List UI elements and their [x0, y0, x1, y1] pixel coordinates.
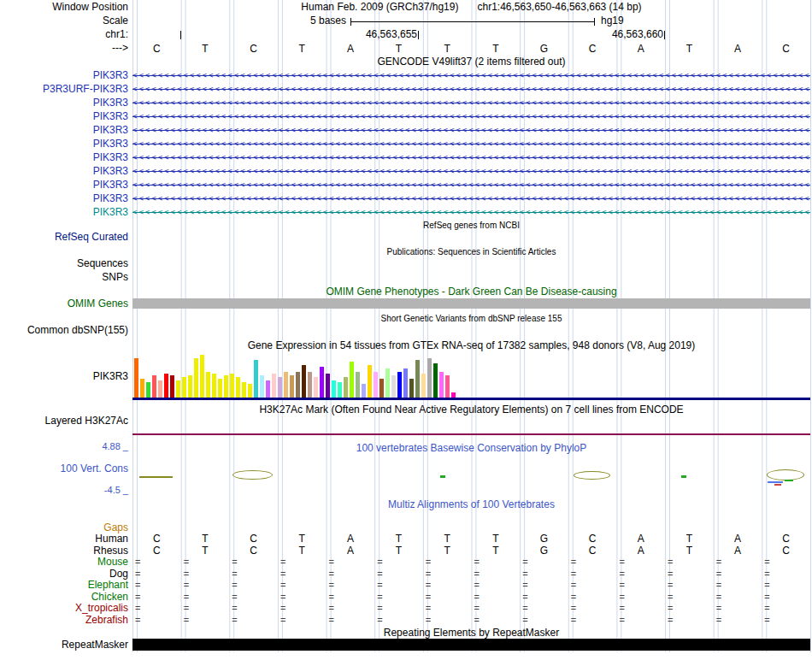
gene-row[interactable]: <<<<<<<<<<<<<<<<<<<<<<<<<<<<<<<<<<<<<<<<…	[132, 123, 810, 137]
base-cell: =	[714, 557, 762, 568]
gene-row[interactable]: <<<<<<<<<<<<<<<<<<<<<<<<<<<<<<<<<<<<<<<<…	[132, 192, 810, 205]
base-cell: G	[520, 533, 568, 545]
alignment-label-x-tropicalis[interactable]: X_tropicalis	[0, 603, 128, 614]
gene-label[interactable]: PIK3R3	[0, 150, 128, 164]
alignment-label-zebrafish[interactable]: Zebrafish	[0, 615, 128, 626]
track-label-refseq-curated[interactable]: RefSeq Curated	[0, 232, 128, 243]
gene-row[interactable]: <<<<<<<<<<<<<<<<<<<<<<<<<<<<<<<<<<<<<<<<…	[132, 178, 810, 192]
gene-strand-arrows: <<<<<<<<<<<<<<<<<<<<<<<<<<<<<<<<<<<<<<<<…	[132, 68, 810, 82]
alignment-row-x-tropicalis[interactable]: ==============	[132, 603, 810, 614]
gene-label[interactable]: PIK3R3	[0, 137, 128, 150]
page-title: Human Feb. 2009 (GRCh37/hg19)chr1:46,563…	[132, 2, 810, 13]
base-cell: =	[327, 557, 375, 568]
gene-label[interactable]: PIK3R3	[0, 109, 128, 123]
alignment-row-chicken[interactable]: ==============	[132, 592, 810, 603]
alignment-row-dog[interactable]: ==============	[132, 569, 810, 580]
alignment-row-rhesus[interactable]: CTCTATTTGCATAC	[132, 545, 810, 557]
track-label-100-vert-cons[interactable]: 100 Vert. Cons	[0, 463, 128, 474]
gene-label[interactable]: PIK3R3	[0, 192, 128, 205]
base-cell: =	[229, 603, 278, 614]
gtex-bar	[397, 372, 402, 398]
base-cell	[762, 522, 810, 533]
gene-row[interactable]: <<<<<<<<<<<<<<<<<<<<<<<<<<<<<<<<<<<<<<<<…	[132, 150, 810, 164]
gene-label[interactable]: P3R3URF-PIK3R3	[0, 82, 128, 96]
gene-row[interactable]: <<<<<<<<<<<<<<<<<<<<<<<<<<<<<<<<<<<<<<<<…	[132, 82, 810, 96]
base-cell: C	[132, 545, 181, 557]
alignment-row-elephant[interactable]: ==============	[132, 580, 810, 591]
track-label-sequences[interactable]: Sequences	[0, 258, 128, 269]
dbsnp-heading[interactable]: Short Genetic Variants from dbSNP releas…	[132, 314, 810, 324]
base-cell: =	[181, 557, 230, 568]
gtex-heading[interactable]: Gene Expression in 54 tissues from GTEx …	[132, 340, 810, 351]
base-cell	[132, 522, 181, 533]
gene-row[interactable]: <<<<<<<<<<<<<<<<<<<<<<<<<<<<<<<<<<<<<<<<…	[132, 68, 810, 82]
gene-row[interactable]: <<<<<<<<<<<<<<<<<<<<<<<<<<<<<<<<<<<<<<<<…	[132, 137, 810, 150]
alignment-row-human[interactable]: CTCTATTTGCATAC	[132, 533, 810, 545]
omim-region-bar[interactable]	[132, 298, 810, 309]
gene-row[interactable]: <<<<<<<<<<<<<<<<<<<<<<<<<<<<<<<<<<<<<<<<…	[132, 164, 810, 178]
gtex-bar	[272, 374, 276, 398]
gene-row[interactable]: <<<<<<<<<<<<<<<<<<<<<<<<<<<<<<<<<<<<<<<<…	[132, 205, 810, 219]
base-cell: A	[327, 43, 375, 55]
base-cell: =	[278, 569, 327, 580]
multiz-heading[interactable]: Multiz Alignments of 100 Vertebrates	[132, 499, 810, 510]
refseq-heading[interactable]: RefSeq genes from NCBI	[132, 221, 810, 231]
h3k27ac-signal-line[interactable]	[132, 433, 810, 435]
base-cell: C	[229, 545, 278, 557]
track-label-repeatmasker[interactable]: RepeatMasker	[0, 639, 128, 651]
scale-tick-right	[594, 18, 595, 26]
base-cell	[665, 522, 714, 533]
base-cell: =	[278, 557, 327, 568]
gene-label[interactable]: PIK3R3	[0, 164, 128, 178]
gtex-bar	[415, 360, 420, 398]
gene-strand-arrows: <<<<<<<<<<<<<<<<<<<<<<<<<<<<<<<<<<<<<<<<…	[132, 109, 810, 123]
gene-row[interactable]: <<<<<<<<<<<<<<<<<<<<<<<<<<<<<<<<<<<<<<<<…	[132, 109, 810, 123]
gtex-bar	[356, 372, 360, 398]
gene-label[interactable]: PIK3R3	[0, 178, 128, 192]
base-cell: =	[327, 592, 375, 603]
gtex-bar	[230, 374, 234, 398]
base-cell: T	[423, 545, 472, 557]
track-label-gtex-gene[interactable]: PIK3R3	[0, 371, 128, 382]
gtex-bar	[391, 375, 396, 398]
alignment-row-zebrafish[interactable]: ==============	[132, 615, 810, 626]
gtex-bar	[254, 360, 258, 398]
alignment-row-mouse[interactable]: ==============	[132, 557, 810, 568]
range-title: chr1:46,563,650-46,563,663 (14 bp)	[477, 1, 641, 13]
gene-row[interactable]: <<<<<<<<<<<<<<<<<<<<<<<<<<<<<<<<<<<<<<<<…	[132, 96, 810, 109]
gtex-bar	[188, 375, 192, 398]
track-label-snps[interactable]: SNPs	[0, 272, 128, 283]
gtex-bar	[290, 375, 294, 398]
base-cell: A	[327, 533, 375, 545]
track-label-omim-genes[interactable]: OMIM Genes	[0, 298, 128, 309]
base-cell	[327, 522, 375, 533]
base-cell: =	[181, 603, 230, 614]
window-position-label: Window Position	[0, 2, 128, 13]
gene-label[interactable]: PIK3R3	[0, 96, 128, 109]
track-label-common-dbsnp[interactable]: Common dbSNP(155)	[0, 325, 128, 336]
omim-heading[interactable]: OMIM Gene Phenotypes - Dark Green Can Be…	[132, 286, 810, 298]
base-cell: =	[714, 580, 762, 591]
base-cell: =	[471, 615, 520, 626]
gtex-bar	[320, 367, 324, 398]
gene-label[interactable]: PIK3R3	[0, 205, 128, 219]
gene-label[interactable]: PIK3R3	[0, 123, 128, 137]
gene-label[interactable]: PIK3R3	[0, 68, 128, 82]
alignment-row-gaps[interactable]	[132, 522, 810, 533]
phylop-heading[interactable]: 100 vertebrates Basewise Conservation by…	[132, 443, 810, 454]
base-ruler[interactable]: CTCTATTTGCATAC	[132, 43, 810, 55]
base-cell: =	[471, 569, 520, 580]
repeatmasker-heading[interactable]: Repeating Elements by RepeatMasker	[132, 628, 810, 639]
alignment-label-elephant[interactable]: Elephant	[0, 580, 128, 591]
alignment-label-mouse[interactable]: Mouse	[0, 557, 128, 568]
base-cell: =	[762, 592, 810, 603]
track-label-layered-h3k27ac[interactable]: Layered H3K27Ac	[0, 416, 128, 427]
base-cell: =	[762, 615, 810, 626]
h3k27ac-heading[interactable]: H3K27Ac Mark (Often Found Near Active Re…	[132, 404, 810, 416]
gtex-bar	[236, 377, 240, 398]
repeatmasker-element-bar[interactable]	[132, 639, 810, 651]
publications-heading[interactable]: Publications: Sequences in Scientific Ar…	[132, 247, 810, 257]
gencode-heading[interactable]: GENCODE V49lift37 (2 items filtered out)	[132, 56, 810, 68]
gtex-expression-bars[interactable]	[134, 355, 459, 398]
alignment-label-human[interactable]: Human	[0, 533, 128, 545]
